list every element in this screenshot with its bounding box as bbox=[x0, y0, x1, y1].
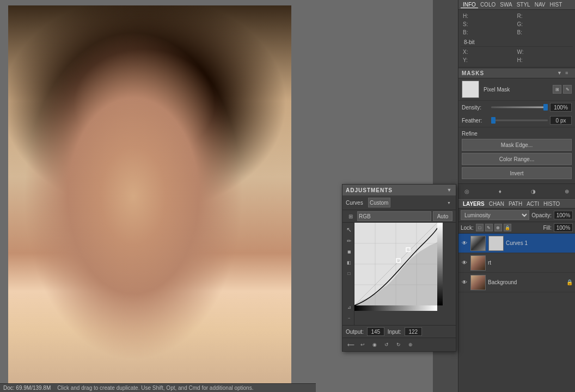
curves-sample-gray[interactable]: ◧ bbox=[344, 258, 354, 267]
tab-channels[interactable]: CHAN bbox=[487, 201, 506, 207]
output-value[interactable]: 145 bbox=[367, 327, 384, 336]
feather-row: Feather: 0 px bbox=[458, 114, 575, 127]
tab-color[interactable]: COLO bbox=[478, 2, 498, 8]
tab-styles[interactable]: STYL bbox=[515, 2, 533, 8]
lock-all-icon[interactable]: 🔒 bbox=[504, 224, 511, 231]
feather-thumb[interactable] bbox=[491, 117, 496, 124]
adj-icon-add[interactable]: ⊕ bbox=[406, 340, 415, 350]
input-label: Input: bbox=[388, 329, 401, 335]
adjustments-header[interactable]: ADJUSTMENTS ▼ bbox=[342, 185, 456, 195]
layer-visibility-background[interactable]: 👁 bbox=[461, 279, 468, 286]
info-h2-label: H: bbox=[517, 57, 524, 64]
output-label: Output: bbox=[346, 329, 364, 335]
layer-row-rt[interactable]: 👁 rt bbox=[458, 253, 575, 273]
channel-wrapper: RGB bbox=[357, 211, 431, 221]
lock-label: Lock: bbox=[461, 225, 474, 231]
portrait-image bbox=[8, 5, 291, 387]
adjustments-close-icon[interactable]: ▼ bbox=[446, 187, 452, 193]
masks-bottom-icon-1[interactable]: ◎ bbox=[462, 186, 472, 196]
mask-subtract-icon[interactable]: ✎ bbox=[563, 85, 572, 94]
adj-icon-delete[interactable]: ↻ bbox=[394, 340, 403, 350]
masks-bottom-icon-3[interactable]: ◑ bbox=[529, 186, 539, 196]
curves-sample-light[interactable]: □ bbox=[344, 268, 354, 278]
info-x-row: X: bbox=[463, 48, 517, 56]
curves-channel-row: ⊞ RGB Auto bbox=[342, 210, 456, 223]
invert-button[interactable]: Invert bbox=[462, 167, 572, 179]
svg-rect-10 bbox=[437, 223, 443, 305]
density-slider[interactable] bbox=[491, 103, 548, 111]
density-label: Density: bbox=[462, 105, 489, 111]
info-b2-label: B: bbox=[517, 29, 524, 36]
hint-text: Click and drag to create duplicate. Use … bbox=[57, 385, 253, 391]
tab-paths[interactable]: PATH bbox=[506, 201, 524, 207]
curves-histogram-toggle[interactable]: ⊿ bbox=[344, 302, 354, 312]
info-r-label: R: bbox=[517, 13, 524, 20]
curves-preset-arrow: ▼ bbox=[447, 201, 451, 205]
opacity-label: Opacity: bbox=[531, 212, 552, 218]
adj-icon-toggle[interactable]: ↩ bbox=[358, 340, 368, 350]
info-s-row: S: bbox=[463, 21, 517, 28]
lock-icons: □ ✎ ⊕ 🔒 bbox=[476, 224, 511, 231]
adj-icon-eye[interactable]: ◉ bbox=[370, 340, 380, 350]
info-h-label: H: bbox=[463, 13, 469, 20]
lock-pixels-icon[interactable]: ✎ bbox=[485, 224, 493, 231]
layers-controls: Luminosity Opacity: 100% bbox=[458, 209, 575, 222]
tab-histogram[interactable]: HISTO bbox=[541, 201, 562, 207]
density-thumb[interactable] bbox=[543, 104, 548, 111]
curves-preset-select[interactable]: Custom bbox=[368, 198, 390, 207]
curves-pencil-tool[interactable]: ✏ bbox=[344, 236, 354, 246]
info-b2-row: B: bbox=[517, 29, 571, 36]
curves-smooth-btn[interactable]: ~ bbox=[344, 313, 354, 323]
color-range-button[interactable]: Color Range... bbox=[462, 153, 572, 165]
fill-value[interactable]: 100% bbox=[554, 223, 573, 232]
channel-select[interactable]: RGB bbox=[357, 211, 431, 221]
feather-label: Feather: bbox=[462, 118, 489, 124]
layer-visibility-rt[interactable]: 👁 bbox=[461, 259, 468, 267]
bit-depth: 8-bit bbox=[461, 38, 573, 46]
tab-nav[interactable]: NAV bbox=[533, 2, 548, 8]
adjustments-title: ADJUSTMENTS bbox=[346, 187, 393, 193]
blend-mode-select[interactable]: Luminosity bbox=[461, 210, 529, 220]
tab-actions[interactable]: ACTI bbox=[524, 201, 541, 207]
tab-layers[interactable]: LAYERS bbox=[461, 201, 487, 207]
masks-bottom-icon-2[interactable]: ♦ bbox=[495, 186, 505, 196]
opacity-value[interactable]: 100% bbox=[554, 211, 573, 219]
mask-edge-button[interactable]: Mask Edge... bbox=[462, 139, 572, 151]
auto-button[interactable]: Auto bbox=[433, 211, 452, 221]
info-w-label: W: bbox=[517, 48, 524, 56]
layer-row-curves1[interactable]: 👁 Curves 1 bbox=[458, 234, 575, 253]
curves-pointer-tool[interactable]: ↖ bbox=[344, 225, 354, 235]
masks-bottom-icon-add[interactable]: ⊕ bbox=[562, 186, 572, 196]
curves-tools-strip: ↖ ✏ ◼ ◧ □ ⊿ ~ bbox=[342, 223, 354, 325]
feather-value[interactable]: 0 px bbox=[550, 116, 572, 125]
adjustments-panel: ADJUSTMENTS ▼ Curves Custom ▼ ⊞ RGB Auto… bbox=[342, 184, 456, 352]
masks-collapse-icon[interactable]: ▼ bbox=[557, 70, 564, 77]
status-text: Doc: 69.9M/139.8M bbox=[3, 385, 51, 391]
input-value[interactable]: 122 bbox=[405, 327, 422, 336]
lock-position-icon[interactable]: ⊕ bbox=[494, 224, 502, 231]
layer-mask-curves1 bbox=[488, 236, 504, 251]
density-value[interactable]: 100% bbox=[550, 103, 572, 112]
tab-info[interactable]: INFO bbox=[461, 2, 478, 8]
tab-swatches[interactable]: SWA bbox=[498, 2, 514, 8]
mask-apply-icon[interactable]: ⊞ bbox=[553, 85, 561, 94]
info-h-row: H: bbox=[463, 13, 517, 20]
lock-transparent-icon[interactable]: □ bbox=[476, 224, 484, 231]
feather-slider[interactable] bbox=[491, 117, 548, 124]
curves-sample-dark[interactable]: ◼ bbox=[344, 247, 354, 256]
info-b-label: B: bbox=[463, 29, 469, 36]
masks-menu-icon[interactable]: ≡ bbox=[565, 70, 572, 77]
info-b-row: B: bbox=[463, 29, 517, 36]
curves-tool-select[interactable]: ⊞ bbox=[346, 211, 356, 221]
adj-icon-reset[interactable]: ⟵ bbox=[346, 340, 356, 350]
layer-thumb-curves1 bbox=[470, 236, 486, 251]
layer-visibility-curves1[interactable]: 👁 bbox=[461, 240, 468, 247]
layer-name-background: Background bbox=[488, 279, 564, 285]
info-w-row: W: bbox=[517, 48, 571, 56]
layer-row-background[interactable]: 👁 Background 🔒 bbox=[458, 273, 575, 292]
adj-icon-reset2[interactable]: ↺ bbox=[382, 340, 392, 350]
tab-history[interactable]: HIST bbox=[548, 2, 565, 8]
info-g-row: G: bbox=[517, 21, 571, 28]
masks-title: MASKS bbox=[462, 70, 484, 76]
pixel-mask-row: Pixel Mask ⊞ ✎ bbox=[458, 78, 575, 101]
